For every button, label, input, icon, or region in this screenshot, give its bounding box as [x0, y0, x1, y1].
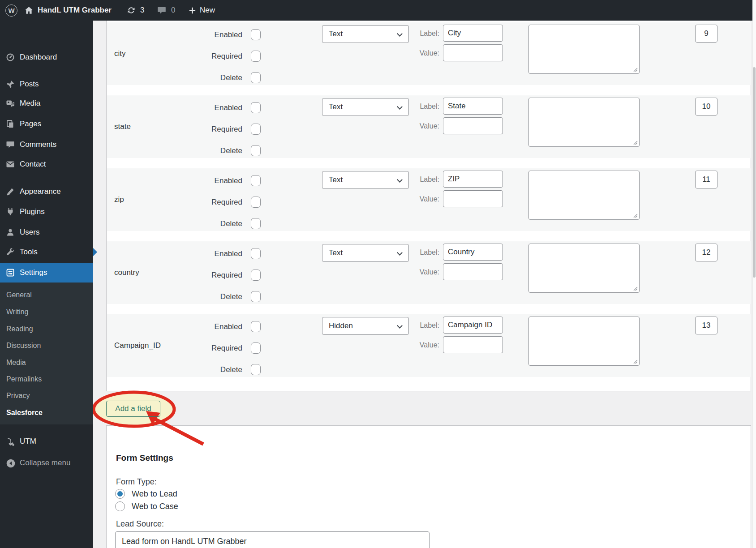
field-value-input[interactable] — [443, 263, 503, 280]
submenu-item-writing[interactable]: Writing — [0, 304, 93, 321]
updates-icon[interactable] — [126, 0, 136, 21]
field-order-input[interactable] — [695, 98, 717, 116]
wordpress-logo-icon[interactable]: W — [5, 0, 17, 21]
wordpress-admin-page: W HandL UTM Grabber 3 0 New Dashboard — [0, 0, 756, 548]
field-label-input[interactable] — [443, 171, 503, 188]
required-checkbox[interactable] — [251, 51, 261, 62]
radio-web-to-case[interactable]: Web to Case — [115, 501, 178, 512]
field-description-textarea[interactable] — [528, 317, 640, 366]
delete-checkbox[interactable] — [251, 72, 261, 83]
radio-web-to-lead[interactable]: Web to Lead — [115, 488, 177, 500]
submenu-item-discussion[interactable]: Discussion — [0, 337, 93, 354]
chevron-down-icon — [397, 31, 403, 37]
radio-button[interactable] — [115, 501, 125, 511]
plus-icon[interactable] — [188, 0, 197, 21]
enabled-label: Enabled — [171, 102, 242, 114]
collapse-menu-button[interactable]: Collapse menu — [0, 453, 93, 473]
delete-checkbox[interactable] — [251, 291, 261, 302]
add-field-button[interactable]: Add a field — [106, 401, 160, 417]
sidebar-item-pages[interactable]: Pages — [0, 114, 93, 134]
required-label: Required — [171, 270, 242, 281]
new-content-link[interactable]: New — [200, 0, 215, 21]
lead-source-input[interactable] — [115, 531, 430, 548]
sidebar-item-tools[interactable]: Tools — [0, 242, 93, 262]
field-row: city Enabled Required Delete Text Label:… — [107, 22, 751, 85]
field-value-input[interactable] — [443, 336, 503, 353]
enabled-checkbox[interactable] — [251, 102, 261, 113]
enabled-checkbox[interactable] — [251, 248, 261, 259]
wrench-icon — [6, 248, 15, 257]
field-description-textarea[interactable] — [528, 171, 640, 220]
delete-checkbox[interactable] — [251, 218, 261, 229]
field-order-input[interactable] — [695, 171, 717, 188]
admin-bar: W HandL UTM Grabber 3 0 New — [0, 0, 756, 21]
field-order-input[interactable] — [695, 25, 717, 43]
submenu-item-general[interactable]: General — [0, 287, 93, 304]
sidebar-item-dashboard[interactable]: Dashboard — [0, 47, 93, 67]
field-order-input[interactable] — [695, 244, 717, 261]
delete-checkbox[interactable] — [251, 364, 261, 375]
sidebar-item-appearance[interactable]: Appearance — [0, 182, 93, 201]
comment-count-badge[interactable]: 0 — [171, 0, 175, 21]
sliders-icon — [6, 268, 15, 277]
scrollbar-thumb[interactable] — [753, 67, 756, 278]
sidebar-item-users[interactable]: Users — [0, 223, 93, 242]
sidebar-item-posts[interactable]: Posts — [0, 74, 93, 94]
field-value-input[interactable] — [443, 117, 503, 134]
form-settings-title: Form Settings — [116, 453, 173, 463]
enabled-checkbox[interactable] — [251, 29, 261, 40]
field-value-input[interactable] — [443, 44, 503, 61]
delete-label: Delete — [171, 364, 242, 376]
field-type-select[interactable]: Hidden — [322, 317, 409, 335]
field-name: zip — [114, 168, 124, 231]
sidebar-item-media[interactable]: Media — [0, 94, 93, 113]
plug-icon — [6, 207, 15, 216]
wordpress-logo-icon: W — [5, 4, 17, 17]
submenu-item-reading[interactable]: Reading — [0, 321, 93, 338]
enabled-checkbox[interactable] — [251, 321, 261, 332]
field-description-textarea[interactable] — [528, 98, 640, 147]
required-checkbox[interactable] — [251, 197, 261, 208]
sidebar-item-settings[interactable]: Settings — [0, 263, 93, 283]
submenu-item-media[interactable]: Media — [0, 354, 93, 371]
field-type-select[interactable]: Text — [322, 244, 409, 262]
scrollbar-track[interactable] — [752, 0, 756, 548]
field-label-input[interactable] — [443, 98, 503, 115]
submenu-item-permalinks[interactable]: Permalinks — [0, 371, 93, 388]
required-checkbox[interactable] — [251, 124, 261, 135]
field-type-select[interactable]: Text — [322, 171, 409, 189]
field-label-input[interactable] — [443, 25, 503, 42]
sidebar-item-comments[interactable]: Comments — [0, 135, 93, 154]
field-value-input[interactable] — [443, 190, 503, 207]
enabled-checkbox[interactable] — [251, 175, 261, 186]
field-type-select[interactable]: Text — [322, 25, 409, 43]
field-description-textarea[interactable] — [528, 244, 640, 293]
site-title-link[interactable]: HandL UTM Grabber — [38, 0, 112, 21]
radio-button[interactable] — [115, 489, 125, 499]
enabled-label: Enabled — [171, 175, 242, 187]
field-label-input[interactable] — [443, 317, 503, 334]
required-checkbox[interactable] — [251, 342, 261, 354]
enabled-label: Enabled — [171, 29, 242, 41]
update-count-badge[interactable]: 3 — [140, 0, 144, 21]
lead-source-label: Lead Source: — [116, 519, 164, 529]
home-icon[interactable] — [24, 0, 34, 21]
sidebar-item-plugins[interactable]: Plugins — [0, 202, 93, 222]
required-checkbox[interactable] — [251, 270, 261, 281]
submenu-item-salesforce[interactable]: Salesforce — [0, 404, 93, 421]
delete-label: Delete — [171, 218, 242, 230]
field-order-input[interactable] — [695, 317, 717, 334]
comments-bubble-icon[interactable] — [157, 0, 167, 21]
delete-label: Delete — [171, 145, 242, 157]
sidebar-item-utm[interactable]: UTM — [0, 432, 93, 451]
comment-icon — [6, 140, 15, 149]
delete-checkbox[interactable] — [251, 145, 261, 156]
value-prefix: Value: — [404, 122, 439, 130]
field-name: city — [114, 22, 126, 85]
collapse-circle-icon — [6, 458, 15, 467]
field-type-select[interactable]: Text — [322, 98, 409, 116]
field-description-textarea[interactable] — [528, 25, 640, 74]
submenu-item-privacy[interactable]: Privacy — [0, 387, 93, 404]
sidebar-item-contact[interactable]: Contact — [0, 154, 93, 174]
field-label-input[interactable] — [443, 244, 503, 261]
